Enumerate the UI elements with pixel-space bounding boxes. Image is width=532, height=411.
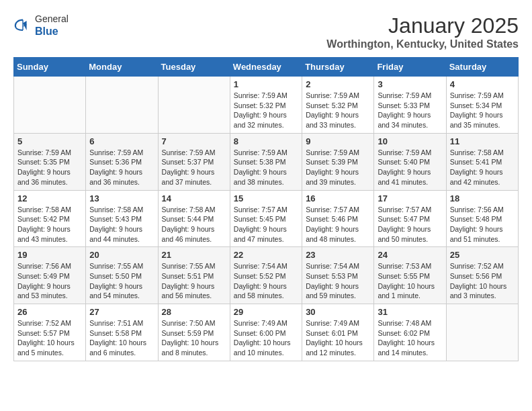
calendar-table: SundayMondayTuesdayWednesdayThursdayFrid… [13,57,519,361]
day-info: Sunrise: 7:55 AMSunset: 5:51 PMDaylight:… [162,261,226,301]
day-number: 11 [450,136,515,146]
title-area: January 2025 Worthington, Kentucky, Unit… [326,13,519,50]
calendar-cell: 14Sunrise: 7:58 AMSunset: 5:44 PMDayligh… [158,190,230,247]
day-info: Sunrise: 7:57 AMSunset: 5:47 PMDaylight:… [378,205,442,244]
day-number: 3 [378,79,442,89]
day-info: Sunrise: 7:59 AMSunset: 5:35 PMDaylight:… [17,148,82,187]
calendar-cell [446,304,518,361]
logo-icon [13,16,32,35]
day-number: 30 [306,307,370,317]
weekday-header-monday: Monday [86,58,158,77]
day-info: Sunrise: 7:59 AMSunset: 5:37 PMDaylight:… [162,148,226,187]
calendar-cell: 17Sunrise: 7:57 AMSunset: 5:47 PMDayligh… [374,190,446,247]
day-number: 31 [378,307,442,317]
day-info: Sunrise: 7:59 AMSunset: 5:40 PMDaylight:… [378,148,442,187]
day-info: Sunrise: 7:53 AMSunset: 5:55 PMDaylight:… [378,261,442,301]
calendar-cell: 5Sunrise: 7:59 AMSunset: 5:35 PMDaylight… [14,133,86,190]
day-number: 16 [306,193,370,203]
day-number: 8 [234,136,298,146]
calendar-cell: 13Sunrise: 7:58 AMSunset: 5:43 PMDayligh… [86,190,158,247]
calendar-cell: 25Sunrise: 7:52 AMSunset: 5:56 PMDayligh… [446,247,518,304]
day-number: 10 [378,136,442,146]
day-number: 19 [17,250,82,260]
day-number: 9 [306,136,370,146]
day-info: Sunrise: 7:49 AMSunset: 6:01 PMDaylight:… [306,318,370,358]
calendar-cell: 27Sunrise: 7:51 AMSunset: 5:58 PMDayligh… [86,304,158,361]
day-number: 22 [234,250,298,260]
day-number: 14 [162,193,226,203]
calendar-cell: 11Sunrise: 7:58 AMSunset: 5:41 PMDayligh… [446,133,518,190]
day-info: Sunrise: 7:59 AMSunset: 5:38 PMDaylight:… [234,148,298,187]
calendar-cell [158,77,230,134]
day-number: 26 [17,307,82,317]
location: Worthington, Kentucky, United States [326,38,519,50]
day-number: 24 [378,250,442,260]
day-info: Sunrise: 7:54 AMSunset: 5:53 PMDaylight:… [306,261,370,301]
calendar-cell: 8Sunrise: 7:59 AMSunset: 5:38 PMDaylight… [230,133,302,190]
weekday-header-friday: Friday [374,58,446,77]
day-number: 18 [450,193,515,203]
day-number: 28 [162,307,226,317]
day-info: Sunrise: 7:58 AMSunset: 5:41 PMDaylight:… [450,148,515,187]
day-number: 7 [162,136,226,146]
day-info: Sunrise: 7:59 AMSunset: 5:33 PMDaylight:… [378,91,442,130]
day-info: Sunrise: 7:57 AMSunset: 5:46 PMDaylight:… [306,205,370,244]
day-info: Sunrise: 7:56 AMSunset: 5:48 PMDaylight:… [450,205,515,244]
calendar-cell: 4Sunrise: 7:59 AMSunset: 5:34 PMDaylight… [446,77,518,134]
day-info: Sunrise: 7:59 AMSunset: 5:32 PMDaylight:… [234,91,298,130]
calendar-cell: 29Sunrise: 7:49 AMSunset: 6:00 PMDayligh… [230,304,302,361]
day-number: 1 [234,79,298,89]
calendar-cell: 24Sunrise: 7:53 AMSunset: 5:55 PMDayligh… [374,247,446,304]
calendar-cell: 31Sunrise: 7:48 AMSunset: 6:02 PMDayligh… [374,304,446,361]
calendar-cell [14,77,86,134]
day-number: 23 [306,250,370,260]
month-title: January 2025 [326,13,519,38]
day-info: Sunrise: 7:58 AMSunset: 5:42 PMDaylight:… [17,205,82,244]
calendar-cell [86,77,158,134]
day-number: 21 [162,250,226,260]
weekday-header-saturday: Saturday [446,58,518,77]
calendar-cell: 15Sunrise: 7:57 AMSunset: 5:45 PMDayligh… [230,190,302,247]
calendar-cell: 12Sunrise: 7:58 AMSunset: 5:42 PMDayligh… [14,190,86,247]
weekday-header-thursday: Thursday [302,58,374,77]
day-info: Sunrise: 7:58 AMSunset: 5:44 PMDaylight:… [162,205,226,244]
calendar-cell: 30Sunrise: 7:49 AMSunset: 6:01 PMDayligh… [302,304,374,361]
calendar-cell: 7Sunrise: 7:59 AMSunset: 5:37 PMDaylight… [158,133,230,190]
calendar-cell: 3Sunrise: 7:59 AMSunset: 5:33 PMDaylight… [374,77,446,134]
calendar-cell: 9Sunrise: 7:59 AMSunset: 5:39 PMDaylight… [302,133,374,190]
week-row: 19Sunrise: 7:56 AMSunset: 5:49 PMDayligh… [14,247,519,304]
day-info: Sunrise: 7:51 AMSunset: 5:58 PMDaylight:… [89,318,154,358]
calendar-cell: 2Sunrise: 7:59 AMSunset: 5:32 PMDaylight… [302,77,374,134]
day-number: 15 [234,193,298,203]
day-number: 5 [17,136,82,146]
day-info: Sunrise: 7:59 AMSunset: 5:36 PMDaylight:… [89,148,154,187]
header: General Blue January 2025 Worthington, K… [13,13,519,50]
day-info: Sunrise: 7:52 AMSunset: 5:57 PMDaylight:… [17,318,82,358]
week-row: 26Sunrise: 7:52 AMSunset: 5:57 PMDayligh… [14,304,519,361]
calendar-cell: 28Sunrise: 7:50 AMSunset: 5:59 PMDayligh… [158,304,230,361]
calendar-cell: 6Sunrise: 7:59 AMSunset: 5:36 PMDaylight… [86,133,158,190]
day-number: 17 [378,193,442,203]
day-info: Sunrise: 7:52 AMSunset: 5:56 PMDaylight:… [450,261,515,301]
day-info: Sunrise: 7:59 AMSunset: 5:34 PMDaylight:… [450,91,515,130]
day-info: Sunrise: 7:49 AMSunset: 6:00 PMDaylight:… [234,318,298,358]
weekday-header-row: SundayMondayTuesdayWednesdayThursdayFrid… [14,58,519,77]
day-info: Sunrise: 7:54 AMSunset: 5:52 PMDaylight:… [234,261,298,301]
day-number: 6 [89,136,154,146]
weekday-header-wednesday: Wednesday [230,58,302,77]
calendar-cell: 18Sunrise: 7:56 AMSunset: 5:48 PMDayligh… [446,190,518,247]
day-number: 13 [89,193,154,203]
logo: General Blue [13,13,69,38]
day-info: Sunrise: 7:56 AMSunset: 5:49 PMDaylight:… [17,261,82,301]
calendar-cell: 16Sunrise: 7:57 AMSunset: 5:46 PMDayligh… [302,190,374,247]
weekday-header-sunday: Sunday [14,58,86,77]
day-number: 27 [89,307,154,317]
calendar-cell: 19Sunrise: 7:56 AMSunset: 5:49 PMDayligh… [14,247,86,304]
calendar-cell: 21Sunrise: 7:55 AMSunset: 5:51 PMDayligh… [158,247,230,304]
day-info: Sunrise: 7:59 AMSunset: 5:39 PMDaylight:… [306,148,370,187]
day-number: 4 [450,79,515,89]
day-number: 29 [234,307,298,317]
day-info: Sunrise: 7:58 AMSunset: 5:43 PMDaylight:… [89,205,154,244]
day-info: Sunrise: 7:55 AMSunset: 5:50 PMDaylight:… [89,261,154,301]
week-row: 12Sunrise: 7:58 AMSunset: 5:42 PMDayligh… [14,190,519,247]
